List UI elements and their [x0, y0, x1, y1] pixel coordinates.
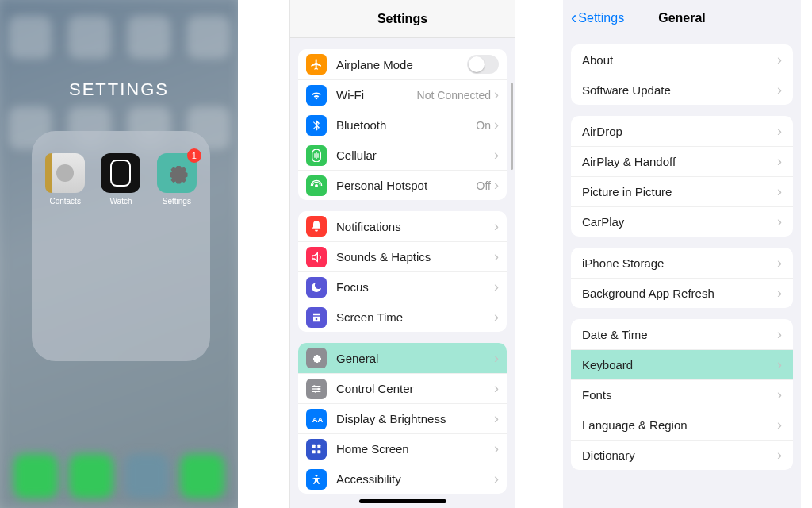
settings-row-bluetooth[interactable]: BluetoothOn›	[298, 110, 507, 140]
home-indicator[interactable]	[359, 499, 446, 503]
settings-row-airplane[interactable]: Airplane Mode	[298, 49, 507, 79]
chevron-right-icon: ›	[777, 326, 782, 343]
settings-row-wifi[interactable]: Wi-FiNot Connected›	[298, 79, 507, 110]
settings-row-control-center[interactable]: Control Center›	[298, 373, 507, 403]
row-label: Fonts	[582, 388, 777, 402]
chevron-right-icon: ›	[777, 447, 782, 464]
general-row-language-region[interactable]: Language & Region›	[571, 410, 793, 440]
general-row-airplay-handoff[interactable]: AirPlay & Handoff›	[571, 146, 793, 176]
row-label: Background App Refresh	[582, 287, 777, 300]
row-label: Airplane Mode	[336, 58, 467, 71]
general-row-software-update[interactable]: Software Update›	[571, 75, 793, 105]
app-label: Contacts	[49, 197, 80, 206]
row-value: On	[476, 119, 491, 132]
chevron-right-icon: ›	[777, 52, 782, 68]
chevron-right-icon: ›	[494, 410, 499, 427]
row-label: Focus	[336, 280, 494, 294]
chevron-right-icon: ›	[777, 285, 782, 302]
row-value: Not Connected	[417, 89, 491, 102]
control-center-icon	[306, 379, 327, 399]
home-screen-folder-panel: SETTINGS ContactsWatch1Settings	[0, 0, 238, 508]
general-row-iphone-storage[interactable]: iPhone Storage›	[571, 248, 793, 278]
settings-group: General›Control Center›AADisplay & Brigh…	[298, 343, 507, 494]
row-label: Sounds & Haptics	[336, 250, 494, 264]
general-row-about[interactable]: About›	[571, 44, 793, 75]
app-watch[interactable]: Watch	[100, 153, 141, 206]
general-row-keyboard[interactable]: Keyboard›	[571, 349, 793, 379]
notifications-icon	[306, 216, 327, 237]
row-label: Wi-Fi	[336, 88, 417, 102]
row-label: Home Screen	[336, 442, 494, 456]
settings-row-screentime[interactable]: Screen Time›	[298, 302, 507, 332]
chevron-right-icon: ›	[777, 214, 782, 230]
accessibility-icon	[306, 469, 327, 490]
settings-row-home-screen[interactable]: Home Screen›	[298, 433, 507, 464]
cellular-icon	[306, 145, 327, 166]
app-contacts[interactable]: Contacts	[44, 153, 86, 206]
chevron-left-icon: ‹	[571, 10, 576, 27]
settings-scroll[interactable]: Airplane ModeWi-FiNot Connected›Bluetoot…	[290, 38, 515, 508]
general-row-date-time[interactable]: Date & Time›	[571, 319, 793, 349]
chevron-right-icon: ›	[494, 218, 499, 235]
row-label: AirDrop	[582, 125, 777, 138]
row-label: Screen Time	[336, 310, 494, 324]
general-row-background-app-refresh[interactable]: Background App Refresh›	[571, 278, 793, 308]
chevron-right-icon: ›	[494, 350, 499, 367]
general-group: iPhone Storage›Background App Refresh›	[571, 248, 793, 308]
row-label: iPhone Storage	[582, 256, 777, 270]
back-button[interactable]: ‹ Settings	[571, 10, 624, 27]
svg-point-5	[313, 385, 316, 387]
settings-row-notifications[interactable]: Notifications›	[298, 211, 507, 241]
row-label: AirPlay & Handoff	[582, 155, 777, 168]
svg-text:AA: AA	[312, 416, 323, 424]
general-row-picture-in-picture[interactable]: Picture in Picture›	[571, 176, 793, 206]
settings-row-accessibility[interactable]: Accessibility›	[298, 464, 507, 494]
settings-row-hotspot[interactable]: Personal HotspotOff›	[298, 170, 507, 200]
wifi-icon	[306, 85, 327, 106]
general-group: AirDrop›AirPlay & Handoff›Picture in Pic…	[571, 116, 793, 237]
row-label: CarPlay	[582, 215, 777, 229]
bluetooth-icon	[306, 115, 327, 136]
home-screen-icon	[306, 439, 327, 460]
row-label: Bluetooth	[336, 118, 476, 132]
row-label: Date & Time	[582, 328, 777, 341]
svg-point-1	[316, 318, 318, 320]
chevron-right-icon: ›	[494, 117, 499, 133]
watch-icon	[101, 153, 140, 193]
settings-row-display[interactable]: AADisplay & Brightness›	[298, 403, 507, 433]
chevron-right-icon: ›	[494, 147, 499, 164]
settings-row-cellular[interactable]: Cellular›	[298, 140, 507, 170]
app-label: Settings	[163, 197, 191, 206]
chevron-right-icon: ›	[777, 255, 782, 271]
svg-point-13	[316, 475, 318, 477]
navbar-title: Settings	[290, 0, 515, 38]
chevron-right-icon: ›	[777, 387, 782, 403]
app-settings[interactable]: 1Settings	[156, 153, 197, 206]
row-label: Cellular	[336, 148, 494, 162]
chevron-right-icon: ›	[777, 153, 782, 170]
chevron-right-icon: ›	[777, 123, 782, 140]
toggle[interactable]	[467, 55, 499, 74]
general-scroll[interactable]: About›Software Update›AirDrop›AirPlay & …	[563, 37, 801, 508]
chevron-right-icon: ›	[494, 441, 499, 457]
general-row-fonts[interactable]: Fonts›	[571, 379, 793, 410]
settings-row-general[interactable]: General›	[298, 343, 507, 373]
notification-badge: 1	[187, 148, 201, 163]
settings-row-sounds[interactable]: Sounds & Haptics›	[298, 241, 507, 271]
chevron-right-icon: ›	[494, 87, 499, 103]
general-row-carplay[interactable]: CarPlay›	[571, 206, 793, 237]
row-label: General	[336, 352, 494, 365]
scrollbar[interactable]	[511, 83, 513, 170]
folder-container: ContactsWatch1Settings	[32, 131, 210, 361]
general-row-airdrop[interactable]: AirDrop›	[571, 116, 793, 146]
settings-row-focus[interactable]: Focus›	[298, 271, 507, 302]
sounds-icon	[306, 247, 327, 267]
general-row-dictionary[interactable]: Dictionary›	[571, 440, 793, 470]
svg-point-0	[315, 184, 318, 187]
navbar: ‹ Settings General	[563, 0, 801, 37]
chevron-right-icon: ›	[494, 177, 499, 194]
folder-title: SETTINGS	[0, 79, 238, 100]
svg-rect-9	[312, 444, 316, 448]
chevron-right-icon: ›	[777, 356, 782, 373]
navbar-title: General	[658, 11, 706, 25]
